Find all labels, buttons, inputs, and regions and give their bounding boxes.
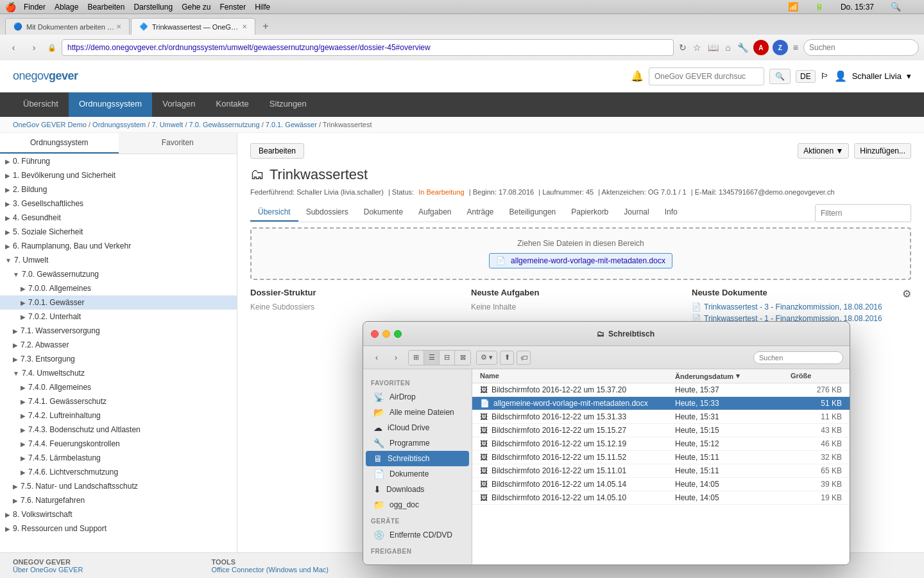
finder-downloads[interactable]: ⬇ Downloads: [366, 482, 469, 497]
tree-item[interactable]: ▶ 7.3. Entsorgung: [0, 352, 237, 366]
tree-item[interactable]: ▶ 7.5. Natur- und Landschaftsschutz: [0, 479, 237, 493]
finder-file-row[interactable]: 📄 allgemeine-word-vorlage-mit-metadaten.…: [472, 397, 850, 410]
wifi-icon[interactable]: 📶: [788, 2, 798, 12]
tree-item[interactable]: ▶ 7.0.0. Allgemeines: [0, 281, 237, 295]
search-submit-button[interactable]: 🔍: [769, 69, 791, 84]
back-button[interactable]: ‹: [5, 39, 22, 56]
finder-ogg-doc[interactable]: 📁 ogg_doc: [366, 497, 469, 512]
finder-airdrop[interactable]: 📡 AirDrop: [366, 389, 469, 405]
finder-gear-button[interactable]: ⚙ ▾: [476, 351, 497, 365]
nav-vorlagen[interactable]: Vorlagen: [152, 92, 205, 117]
profile-btn[interactable]: A: [753, 40, 769, 55]
column-view-button[interactable]: ⊟: [440, 351, 455, 365]
tree-item[interactable]: ▶ 8. Volkswirtschaft: [0, 507, 237, 521]
nav-kontakte[interactable]: Kontakte: [206, 92, 259, 117]
tab-aufgaben[interactable]: Aufgaben: [411, 204, 459, 222]
footer-right-link[interactable]: Office Connector (Windows und Mac): [211, 566, 329, 574]
finder-back-button[interactable]: ‹: [370, 351, 384, 365]
finder-file-row[interactable]: 🖼 Bildschirmfoto 2016-12-22 um 14.05.14 …: [472, 478, 850, 491]
notification-icon[interactable]: 🔔: [631, 70, 644, 82]
zotero-btn[interactable]: Z: [773, 40, 788, 55]
tab-anträge[interactable]: Anträge: [459, 204, 502, 222]
app-logo[interactable]: onegovgever: [13, 69, 78, 83]
tree-item[interactable]: ▶ 7.6. Naturgefahren: [0, 493, 237, 507]
coverflow-view-button[interactable]: ⊠: [455, 351, 470, 365]
finder-desktop[interactable]: 🖥 Schreibtisch: [366, 451, 469, 466]
gear-button[interactable]: ⚙: [902, 288, 911, 300]
reload-button[interactable]: ↻: [679, 42, 687, 53]
sidebar-tab-ordnungssystem[interactable]: Ordnungssystem: [0, 133, 119, 153]
finder-all-files[interactable]: 📂 Alle meine Dateien: [366, 405, 469, 420]
forward-button[interactable]: ›: [26, 39, 42, 56]
tree-item[interactable]: ▼ 7.4. Umweltschutz: [0, 366, 237, 380]
tree-item[interactable]: ▶ 1. Bevölkerung und Sicherheit: [0, 168, 237, 182]
aktionen-button[interactable]: Aktionen ▼: [798, 143, 849, 159]
tab-subdossiers[interactable]: Subdossiers: [298, 204, 356, 222]
breadcrumb-gewaesser[interactable]: 7.0.1. Gewässer: [266, 121, 317, 128]
search-bar[interactable]: [803, 39, 919, 56]
bookmark-star-icon[interactable]: ☆: [693, 42, 701, 53]
spotlight-icon[interactable]: 🔍: [891, 2, 901, 12]
finder-tag-button[interactable]: 🏷: [517, 351, 531, 365]
breadcrumb-ordnungssystem[interactable]: Ordnungssystem: [92, 121, 146, 128]
footer-left-link[interactable]: Über OneGov GEVER: [13, 566, 83, 574]
date-column-header[interactable]: Änderungsdatum ▾: [675, 372, 791, 380]
finder-file-row[interactable]: 🖼 Bildschirmfoto 2016-12-22 um 15.31.33 …: [472, 410, 850, 424]
tab-dokumente[interactable]: Dokumente: [356, 204, 411, 222]
finder-file-row[interactable]: 🖼 Bildschirmfoto 2016-12-22 um 14.05.10 …: [472, 491, 850, 505]
finder-icloud[interactable]: ☁ iCloud Drive: [366, 420, 469, 435]
menu-hilfe[interactable]: Hilfe: [255, 3, 270, 12]
browser-tab-2[interactable]: 🔷 Trinkwassertest — OneGov... ✕: [131, 18, 255, 35]
user-menu-chevron[interactable]: ▾: [907, 71, 911, 81]
finder-file-row[interactable]: 🖼 Bildschirmfoto 2016-12-22 um 15.11.52 …: [472, 451, 850, 464]
nav-ordnungssystem[interactable]: Ordnungssystem: [69, 92, 152, 117]
document-link[interactable]: 📄 Trinkwassertest - 3 - Finanzkommission…: [692, 302, 902, 311]
nav-sitzungen[interactable]: Sitzungen: [259, 92, 317, 117]
tab1-close[interactable]: ✕: [116, 23, 121, 30]
tree-item[interactable]: ▶ 4. Gesundheit: [0, 211, 237, 225]
tree-item[interactable]: ▶ 7.4.1. Gewässerschutz: [0, 394, 237, 408]
menu-darstellung[interactable]: Darstellung: [133, 3, 173, 12]
tree-item[interactable]: ▶ 7.2. Abwasser: [0, 338, 237, 352]
tree-item[interactable]: ▶ 7.0.2. Unterhalt: [0, 310, 237, 324]
tree-item[interactable]: ▶ 9. Ressourcen und Support: [0, 521, 237, 536]
tree-item[interactable]: ▶ 7.0.1. Gewässer: [0, 295, 237, 310]
tree-item[interactable]: ▶ 7.4.3. Bodenschutz und Altlasten: [0, 423, 237, 437]
breadcrumb-root[interactable]: OneGov GEVER Demo: [13, 121, 87, 128]
tree-item[interactable]: ▶ 3. Gesellschaftliches: [0, 197, 237, 211]
reading-list-icon[interactable]: 📖: [708, 42, 719, 53]
tree-item[interactable]: ▶ 7.4.4. Feuerungskontrollen: [0, 437, 237, 451]
nav-ubersicht[interactable]: Übersicht: [13, 92, 69, 117]
finder-file-row[interactable]: 🖼 Bildschirmfoto 2016-12-22 um 15.37.20 …: [472, 383, 850, 397]
tab-übersicht[interactable]: Übersicht: [250, 204, 298, 222]
tab-journal[interactable]: Journal: [616, 204, 656, 222]
menu-finder[interactable]: Finder: [24, 3, 46, 12]
finder-forward-button[interactable]: ›: [389, 351, 403, 365]
finder-file-row[interactable]: 🖼 Bildschirmfoto 2016-12-22 um 15.15.27 …: [472, 424, 850, 437]
tree-item[interactable]: ▶ 7.4.5. Lärmbelastung: [0, 451, 237, 465]
icon-view-button[interactable]: ⊞: [409, 351, 424, 365]
tree-item[interactable]: ▼ 7. Umwelt: [0, 253, 237, 267]
breadcrumb-gewaessernutzung[interactable]: 7.0. Gewässernutzung: [189, 121, 260, 128]
menu-ablage[interactable]: Ablage: [55, 3, 78, 12]
minimize-window-button[interactable]: [382, 330, 390, 338]
tab-papierkorb[interactable]: Papierkorb: [563, 204, 616, 222]
breadcrumb-umwelt[interactable]: 7. Umwelt: [151, 121, 183, 128]
finder-programmes[interactable]: 🔧 Programme: [366, 435, 469, 451]
tree-item[interactable]: ▶ 7.4.6. Lichtverschmutzung: [0, 465, 237, 479]
apple-menu[interactable]: 🍎: [5, 2, 16, 12]
tree-item[interactable]: ▶ 0. Führung: [0, 154, 237, 168]
size-column-header[interactable]: Größe: [791, 372, 842, 380]
new-tab-button[interactable]: +: [257, 18, 275, 35]
language-button[interactable]: DE: [796, 70, 816, 83]
close-window-button[interactable]: [371, 330, 379, 338]
edit-button[interactable]: Bearbeiten: [250, 143, 304, 159]
finder-search-input[interactable]: [753, 351, 843, 364]
list-view-button[interactable]: ☰: [424, 351, 440, 365]
tree-item[interactable]: ▶ 7.1. Wasserversorgung: [0, 324, 237, 338]
tree-item[interactable]: ▼ 7.0. Gewässernutzung: [0, 267, 237, 281]
name-column-header[interactable]: Name: [480, 372, 675, 380]
home-icon[interactable]: ⌂: [725, 42, 730, 53]
sidebar-tab-favoriten[interactable]: Favoriten: [119, 133, 237, 153]
tree-item[interactable]: ▶ 6. Raumplanung, Bau und Verkehr: [0, 239, 237, 253]
